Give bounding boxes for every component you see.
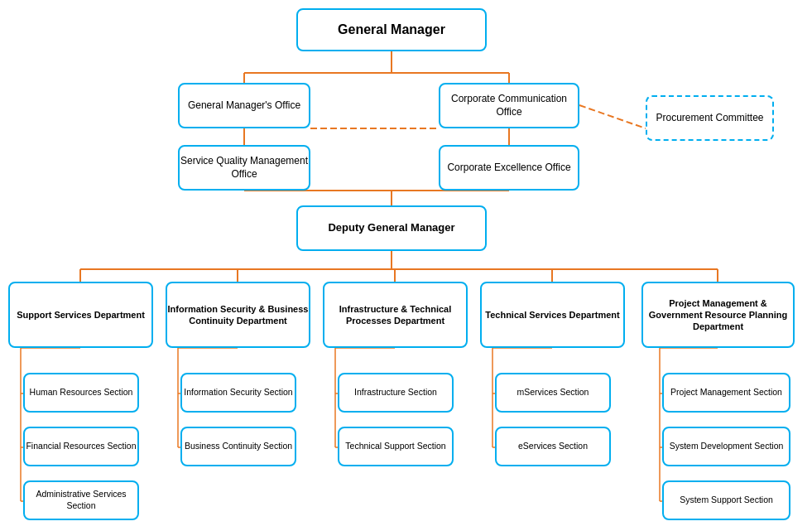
- hr-section-node: Human Resources Section: [23, 373, 139, 413]
- procurement-node: Procurement Committee: [646, 95, 774, 141]
- deputy-gm-node: Deputy General Manager: [296, 205, 487, 251]
- org-chart: General Manager General Manager's Office…: [0, 0, 812, 25]
- admin-section-node: Administrative Services Section: [23, 480, 139, 520]
- project-mgmt-dept-node: Project Management & Government Resource…: [641, 282, 795, 348]
- eservices-section-node: eServices Section: [495, 427, 611, 466]
- tech-support-section-node: Technical Support Section: [338, 427, 454, 466]
- support-services-dept-node: Support Services Department: [8, 282, 153, 348]
- svg-line-7: [579, 105, 646, 128]
- infra-section-node: Infrastructure Section: [338, 373, 454, 413]
- pm-section-node: Project Management Section: [662, 373, 790, 413]
- general-manager-node: General Manager: [296, 8, 487, 51]
- sys-dev-section-node: System Development Section: [662, 427, 790, 466]
- corp-comm-node: Corporate Communication Office: [439, 83, 579, 128]
- mservices-section-node: mServices Section: [495, 373, 611, 413]
- info-sec-section-node: Information Security Section: [180, 373, 296, 413]
- corp-excellence-node: Corporate Excellence Office: [439, 145, 579, 191]
- service-quality-node: Service Quality Management Office: [178, 145, 310, 191]
- biz-continuity-section-node: Business Continuity Section: [180, 427, 296, 466]
- sys-support-section-node: System Support Section: [662, 480, 790, 520]
- technical-services-dept-node: Technical Services Department: [480, 282, 625, 348]
- financial-section-node: Financial Resources Section: [23, 427, 139, 466]
- info-security-dept-node: Information Security & Business Continui…: [166, 282, 310, 348]
- gm-office-node: General Manager's Office: [178, 83, 310, 128]
- infrastructure-dept-node: Infrastructure & Technical Processes Dep…: [323, 282, 468, 348]
